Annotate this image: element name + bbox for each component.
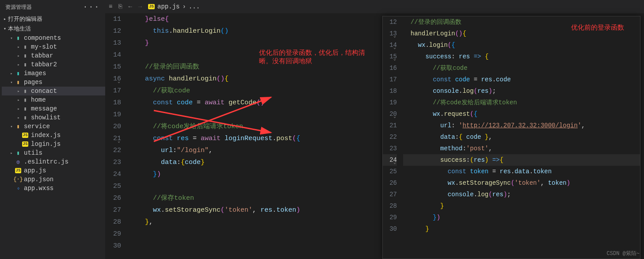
file-tree: ▾▮components▸▮my-slot▸▮tabbar▸▮tabbar2▸▮… bbox=[0, 34, 105, 193]
code-line[interactable] bbox=[129, 240, 370, 252]
tree-label: app.js bbox=[24, 167, 46, 174]
code-line[interactable]: async handlerLogin(){ bbox=[129, 73, 370, 85]
code-line[interactable]: this.handlerLogin() bbox=[129, 25, 370, 37]
json-file-icon: {·} bbox=[14, 176, 22, 183]
code-line[interactable]: }) bbox=[129, 168, 370, 180]
folder-icon: ▮ bbox=[21, 43, 29, 50]
chevron-icon: ▸ bbox=[16, 98, 21, 103]
code-line[interactable]: }else{ bbox=[129, 13, 370, 25]
editor-main: ≡ ⎘ ← → JS app.js › ... 111213141516⌄171… bbox=[105, 0, 644, 259]
editor-right-popup[interactable]: 优化前的登录函数 1213⌄14⌄15⌄1617181920⌄21222324⌄… bbox=[382, 16, 640, 259]
chevron-icon: ▸ bbox=[2, 16, 8, 22]
code-line[interactable]: //保存token bbox=[129, 192, 370, 204]
code-line[interactable] bbox=[129, 109, 370, 121]
chevron-icon: ▸ bbox=[9, 151, 14, 156]
code-line[interactable]: const res = await loginRequest.post({ bbox=[129, 133, 370, 145]
code-line[interactable]: console.log(res); bbox=[403, 85, 640, 97]
code-line[interactable]: } bbox=[129, 37, 370, 49]
code-line[interactable]: } bbox=[403, 223, 640, 235]
gutter-left: 111213141516⌄1718192021⌄2223242526272829… bbox=[105, 13, 129, 252]
chevron-icon: ▸ bbox=[16, 115, 21, 120]
code-line[interactable]: data:{code} bbox=[129, 156, 370, 168]
breadcrumb[interactable]: JS app.js › ... bbox=[148, 3, 200, 10]
folder-item-utils[interactable]: ▸▮utils bbox=[2, 149, 105, 157]
chevron-icon: ▸ bbox=[16, 89, 21, 94]
code-line[interactable] bbox=[129, 228, 370, 240]
toolbar-icon[interactable]: ≡ bbox=[109, 3, 112, 10]
code-line[interactable]: success:(res) =>{ bbox=[403, 154, 640, 166]
code-line[interactable]: url:"/login", bbox=[129, 145, 370, 156]
explorer-title: 资源管理器 bbox=[5, 4, 32, 11]
code-line[interactable] bbox=[129, 180, 370, 192]
folder-item-showlist[interactable]: ▸▮showlist bbox=[2, 113, 105, 122]
section-打开的编辑器[interactable]: ▸打开的编辑器 bbox=[0, 14, 105, 24]
folder-item-message[interactable]: ▸▮message bbox=[2, 104, 105, 113]
tree-label: components bbox=[24, 34, 61, 42]
file-item-login.js[interactable]: JSlogin.js bbox=[2, 140, 105, 149]
explorer-sidebar: 资源管理器 ··· ▸打开的编辑器▾本地生活 ▾▮components▸▮my-… bbox=[0, 0, 105, 259]
file-item-.eslintrc.js[interactable]: ◎.eslintrc.js bbox=[2, 157, 105, 166]
code-line[interactable]: method:'post', bbox=[403, 143, 640, 154]
folder-item-tabbar[interactable]: ▸▮tabbar bbox=[2, 51, 105, 60]
file-item-app.js[interactable]: JSapp.js bbox=[2, 166, 105, 175]
annotation-right: 优化前的登录函数 bbox=[571, 23, 624, 32]
tree-label: utils bbox=[24, 149, 42, 156]
file-item-app.json[interactable]: {·}app.json bbox=[2, 175, 105, 184]
nav-forward-icon[interactable]: → bbox=[138, 3, 142, 10]
tree-label: service bbox=[24, 123, 50, 130]
folder-icon: ▮ bbox=[14, 79, 22, 86]
code-line[interactable]: url: 'http://123.207.32.32:3000/login', bbox=[403, 120, 640, 131]
code-line[interactable]: }) bbox=[403, 212, 640, 223]
folder-item-components[interactable]: ▾▮components bbox=[2, 34, 105, 42]
folder-icon: ▮ bbox=[14, 149, 22, 156]
code-line[interactable]: //将code发给后端请求token bbox=[403, 97, 640, 108]
code-line[interactable]: //将code发给后端请求token bbox=[129, 121, 370, 133]
nav-back-icon[interactable]: ← bbox=[128, 3, 132, 10]
code-line[interactable]: //获取code bbox=[129, 85, 370, 97]
folder-item-images[interactable]: ▸▮images bbox=[2, 69, 105, 78]
code-line[interactable]: const code = res.code bbox=[403, 74, 640, 85]
section-本地生活[interactable]: ▾本地生活 bbox=[0, 24, 105, 34]
code-line[interactable]: //获取code bbox=[403, 62, 640, 74]
tree-label: showlist bbox=[31, 114, 61, 121]
folder-item-tabbar2[interactable]: ▸▮tabbar2 bbox=[2, 60, 105, 69]
section-label: 本地生活 bbox=[8, 25, 31, 33]
code-line[interactable]: const token = res.data.token bbox=[403, 166, 640, 177]
file-item-app.wxss[interactable]: ⬨app.wxss bbox=[2, 184, 105, 193]
explorer-more-icon[interactable]: ··· bbox=[83, 3, 100, 11]
code-line[interactable]: wx.setStorageSync('token', res.token) bbox=[129, 204, 370, 216]
folder-icon: ▮ bbox=[14, 34, 22, 42]
code-line[interactable]: wx.setStorageSync('token', token) bbox=[403, 177, 640, 189]
code-line[interactable]: const code = await getCode() bbox=[129, 97, 370, 109]
tree-label: app.json bbox=[24, 176, 53, 183]
code-line[interactable]: wx.request({ bbox=[403, 108, 640, 120]
chevron-icon: ▸ bbox=[16, 62, 21, 67]
tree-label: my-slot bbox=[31, 43, 57, 50]
folder-item-service[interactable]: ▾▮service bbox=[2, 122, 105, 131]
code-left[interactable]: }else{ this.handlerLogin() } //登录的回调函数 a… bbox=[129, 13, 370, 252]
chevron-icon: ▾ bbox=[2, 26, 8, 31]
tree-label: tabbar bbox=[31, 52, 53, 59]
code-line[interactable]: wx.login({ bbox=[403, 39, 640, 51]
code-line[interactable]: } bbox=[403, 200, 640, 212]
chevron-icon: ▾ bbox=[9, 36, 14, 41]
code-line[interactable] bbox=[129, 49, 370, 61]
folder-icon: ▮ bbox=[21, 61, 29, 68]
folder-item-home[interactable]: ▸▮home bbox=[2, 95, 105, 104]
chevron-icon: ▸ bbox=[16, 107, 21, 111]
code-line[interactable]: //登录的回调函数 bbox=[129, 61, 370, 73]
editor-left[interactable]: 111213141516⌄1718192021⌄2223242526272829… bbox=[105, 13, 370, 259]
code-right[interactable]: //登录的回调函数 handlerLogin(){ wx.login({ suc… bbox=[403, 16, 640, 235]
chevron-icon: ▸ bbox=[9, 71, 14, 76]
tree-label: login.js bbox=[31, 141, 61, 148]
file-item-index.js[interactable]: JSindex.js bbox=[2, 131, 105, 140]
code-line[interactable]: success: res => { bbox=[403, 51, 640, 62]
folder-item-pages[interactable]: ▾▮pages bbox=[2, 78, 105, 87]
code-line[interactable]: }, bbox=[129, 216, 370, 228]
wxss-file-icon: ⬨ bbox=[14, 185, 22, 192]
folder-item-concact[interactable]: ▸▮concact bbox=[2, 87, 105, 95]
bookmark-icon[interactable]: ⎘ bbox=[118, 3, 122, 10]
folder-item-my-slot[interactable]: ▸▮my-slot bbox=[2, 42, 105, 51]
code-line[interactable]: console.log(res); bbox=[403, 189, 640, 200]
code-line[interactable]: data:{ code }, bbox=[403, 131, 640, 143]
